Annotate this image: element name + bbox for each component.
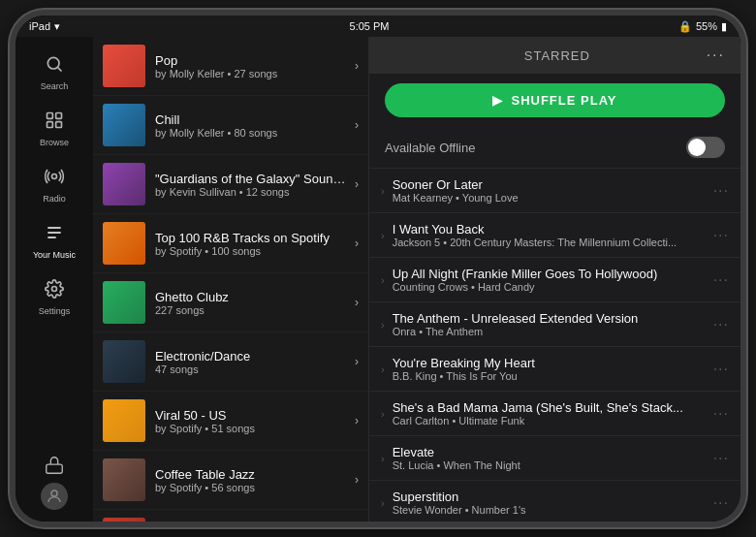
device-inner: iPad ▾ 5:05 PM 🔒 55% ▮ Sear (16, 16, 740, 521)
svg-rect-2 (47, 113, 53, 119)
playlist-thumb (103, 163, 145, 205)
track-chevron-icon: › (381, 319, 385, 331)
track-more-button[interactable]: ··· (713, 271, 729, 289)
svg-rect-11 (47, 464, 63, 473)
playlist-thumb (103, 340, 145, 383)
settings-icon (45, 279, 64, 303)
chevron-right-icon: › (355, 296, 359, 309)
playlist-thumb (103, 458, 145, 501)
track-info: You're Breaking My Heart B.B. King • Thi… (393, 356, 708, 382)
track-more-button[interactable]: ··· (713, 450, 729, 467)
track-title: Superstition (393, 490, 708, 504)
svg-point-12 (51, 490, 57, 496)
app-body: Search Browse Radi (16, 37, 740, 521)
track-artist: Mat Kearney • Young Love (393, 192, 708, 204)
track-artist: Counting Crows • Hard Candy (393, 281, 708, 293)
playlist-meta: by Molly Keller • 27 songs (155, 68, 351, 79)
track-more-button[interactable]: ··· (713, 494, 729, 512)
track-artist: B.B. King • This Is For You (393, 370, 708, 382)
playlist-item[interactable]: Viral 50 - US by Spotify • 51 songs › (93, 392, 368, 451)
track-title: The Anthem - Unreleased Extended Version (393, 311, 708, 326)
playlist-meta: by Spotify • 56 songs (155, 482, 351, 493)
sidebar-item-search[interactable]: Search (16, 45, 93, 101)
track-item[interactable]: › You're Breaking My Heart B.B. King • T… (369, 347, 740, 392)
sidebar-item-radio[interactable]: Radio (16, 157, 93, 213)
track-title: She's a Bad Mama Jama (She's Built, She'… (393, 400, 708, 415)
shuffle-play-button[interactable]: ▶ SHUFFLE PLAY (385, 83, 725, 117)
track-title: Sooner Or Later (393, 177, 708, 192)
status-right: 🔒 55% ▮ (678, 20, 727, 33)
playlist-item[interactable]: Chill by Molly Keller • 80 songs › (93, 96, 368, 155)
chevron-right-icon: › (355, 118, 359, 132)
wifi-icon: ▾ (54, 20, 60, 33)
track-more-button[interactable]: ··· (713, 182, 729, 200)
playlist-item[interactable]: Electronic/Dance 47 songs › (93, 332, 368, 392)
playlist-item[interactable]: Pop by Molly Keller • 27 songs › (93, 37, 368, 96)
chevron-right-icon: › (355, 473, 359, 487)
browse-icon (45, 111, 64, 135)
svg-point-0 (47, 57, 59, 69)
track-more-button[interactable]: ··· (713, 361, 729, 378)
track-item[interactable]: › She's a Bad Mama Jama (She's Built, Sh… (369, 392, 740, 436)
tracks-list: › Sooner Or Later Mat Kearney • Young Lo… (369, 169, 740, 521)
playlist-info: Viral 50 - US by Spotify • 51 songs (155, 408, 351, 434)
offline-label: Available Offline (385, 141, 475, 155)
offline-toggle[interactable] (686, 137, 725, 158)
playlist-meta: by Kevin Sullivan • 12 songs (155, 186, 351, 198)
playlist-item[interactable]: "Guardians of the Galaxy" Soundtrack by … (93, 155, 368, 214)
track-info: I Want You Back Jackson 5 • 20th Century… (393, 222, 708, 248)
track-more-button[interactable]: ··· (713, 227, 729, 244)
track-chevron-icon: › (381, 363, 385, 375)
playlist-meta: by Spotify • 51 songs (155, 423, 351, 434)
svg-rect-3 (56, 113, 62, 119)
chevron-right-icon: › (355, 355, 359, 368)
playlist-name: "Guardians of the Galaxy" Soundtrack (155, 172, 351, 186)
playlist-info: "Guardians of the Galaxy" Soundtrack by … (155, 172, 351, 198)
more-options-button[interactable]: ··· (707, 47, 725, 64)
playlist-name: Top 100 R&B Tracks on Spotify (155, 231, 351, 245)
sidebar-item-settings-label: Settings (39, 306, 71, 316)
sidebar-item-settings[interactable]: Settings (16, 269, 93, 326)
track-panel-title: STARRED (408, 48, 707, 63)
playlist-info: Chill by Molly Keller • 80 songs (155, 112, 351, 139)
playlist-panel[interactable]: Pop by Molly Keller • 27 songs › Chill b… (93, 37, 369, 521)
track-item[interactable]: › Up All Night (Frankie Miller Goes To H… (369, 258, 740, 302)
playlist-meta: 47 songs (155, 363, 351, 375)
sidebar-item-search-label: Search (41, 81, 69, 91)
svg-point-6 (52, 174, 57, 179)
play-triangle-icon: ▶ (492, 93, 503, 108)
playlist-meta: by Spotify • 100 songs (155, 245, 351, 257)
playlist-thumb (103, 45, 145, 87)
playlist-info: Coffee Table Jazz by Spotify • 56 songs (155, 467, 351, 493)
sidebar-item-browse[interactable]: Browse (16, 101, 93, 157)
track-artist: Onra • The Anthem (393, 326, 708, 337)
sidebar-item-your-music[interactable]: Your Music (16, 213, 93, 269)
track-item[interactable]: › Superstition Stevie Wonder • Number 1'… (369, 481, 740, 521)
track-item[interactable]: › I Want You Back Jackson 5 • 20th Centu… (369, 213, 740, 258)
playlist-name: Chill (155, 112, 351, 127)
playlist-name: Pop (155, 53, 351, 68)
playlist-thumb (103, 222, 145, 265)
search-icon (45, 54, 64, 79)
battery-level: 55% (696, 20, 717, 32)
track-title: I Want You Back (393, 222, 708, 237)
playlist-item[interactable]: Top 100 R&B Tracks on Spotify by Spotify… (93, 214, 368, 273)
sidebar: Search Browse Radi (16, 37, 93, 521)
sidebar-bottom (41, 452, 68, 521)
device-connect-icon[interactable] (41, 452, 68, 479)
playlist-thumb (103, 104, 145, 146)
playlist-thumb (103, 281, 145, 324)
track-title: Elevate (393, 445, 708, 459)
battery-icon: ▮ (721, 20, 727, 33)
track-chevron-icon: › (381, 497, 385, 509)
track-item[interactable]: › Sooner Or Later Mat Kearney • Young Lo… (369, 169, 740, 213)
track-item[interactable]: › Elevate St. Lucia • When The Night ··· (369, 436, 740, 481)
playlist-item[interactable]: Billboard Hot 100 by billboard.com • 96 … (93, 510, 368, 521)
user-avatar[interactable] (41, 483, 68, 510)
track-item[interactable]: › The Anthem - Unreleased Extended Versi… (369, 302, 740, 347)
playlist-item[interactable]: Coffee Table Jazz by Spotify • 56 songs … (93, 451, 368, 510)
track-more-button[interactable]: ··· (713, 316, 729, 333)
track-panel: STARRED ··· ▶ SHUFFLE PLAY Available Off… (369, 37, 740, 521)
track-more-button[interactable]: ··· (713, 405, 729, 423)
playlist-item[interactable]: Ghetto Clubz 227 songs › (93, 273, 368, 332)
